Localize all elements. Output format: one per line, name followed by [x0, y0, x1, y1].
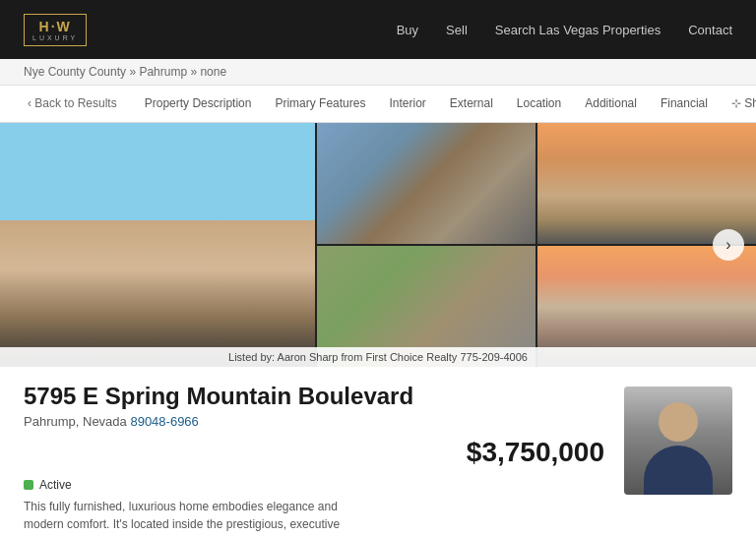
gallery-next-button[interactable]: › — [713, 229, 744, 261]
tab-property-description[interactable]: Property Description — [133, 86, 264, 122]
tab-additional[interactable]: Additional — [573, 86, 649, 122]
status-indicator — [24, 480, 33, 490]
header: H·W LUXURY Buy Sell Search Las Vegas Pro… — [0, 0, 756, 59]
gallery-image-2[interactable] — [537, 123, 756, 244]
property-state: Nevada — [83, 414, 130, 429]
property-details-left: 5795 E Spring Mountain Boulevard Pahrump… — [24, 383, 604, 537]
tab-interior[interactable]: Interior — [377, 86, 437, 122]
property-gallery: › Listed by: Aaron Sharp from First Choi… — [0, 123, 756, 367]
breadcrumb-text: Nye County County » Pahrump » none — [24, 65, 226, 79]
gallery-image-1[interactable] — [317, 123, 536, 244]
gallery-caption: Listed by: Aaron Sharp from First Choice… — [0, 347, 756, 367]
gallery-main-image — [0, 123, 315, 367]
logo: H·W LUXURY — [24, 14, 87, 46]
property-info: 5795 E Spring Mountain Boulevard Pahrump… — [0, 367, 756, 537]
agent-body — [644, 446, 713, 495]
nav-search-las-vegas[interactable]: Search Las Vegas Properties — [495, 23, 661, 37]
tab-external[interactable]: External — [438, 86, 505, 122]
property-title: 5795 E Spring Mountain Boulevard — [24, 383, 604, 410]
breadcrumb: Nye County County » Pahrump » none — [0, 59, 756, 86]
nav-buy[interactable]: Buy — [397, 23, 418, 37]
tab-back[interactable]: ‹ Back to Results — [16, 86, 129, 122]
main-nav: Buy Sell Search Las Vegas Properties Con… — [397, 23, 732, 37]
logo-text: H·W — [39, 19, 72, 34]
tab-financial[interactable]: Financial — [649, 86, 720, 122]
tab-primary-features[interactable]: Primary Features — [263, 86, 377, 122]
gallery-grid — [317, 123, 756, 367]
agent-photo-inner — [624, 387, 732, 495]
status-text: Active — [39, 478, 72, 492]
property-price: $3,750,000 — [467, 437, 604, 468]
logo-subtext: LUXURY — [32, 34, 78, 41]
property-tabs: ‹ Back to Results Property Description P… — [0, 86, 756, 123]
property-zip: 89048-6966 — [130, 414, 198, 429]
status-badge: Active — [24, 478, 72, 492]
property-city: Pahrump, — [24, 414, 79, 429]
tab-location[interactable]: Location — [505, 86, 573, 122]
nav-contact[interactable]: Contact — [688, 23, 732, 37]
agent-photo[interactable] — [624, 387, 732, 495]
tab-share[interactable]: ⊹ Share — [720, 86, 756, 122]
agent-head — [659, 402, 698, 442]
property-location: Pahrump, Nevada 89048-6966 — [24, 414, 604, 429]
property-description: This fully furnished, luxurious home emb… — [24, 498, 358, 537]
nav-sell[interactable]: Sell — [446, 23, 468, 37]
